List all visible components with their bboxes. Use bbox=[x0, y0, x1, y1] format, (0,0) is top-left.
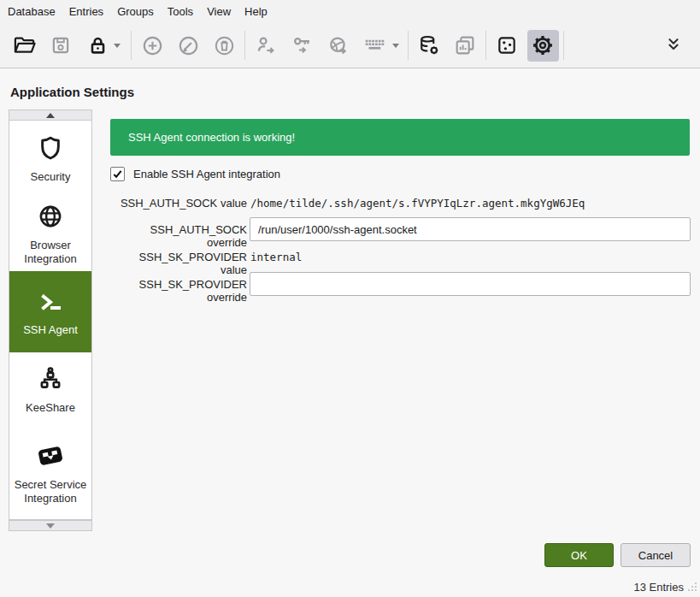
new-entry-button bbox=[134, 27, 170, 63]
toolbar-separator bbox=[485, 31, 486, 60]
trash-circle-icon bbox=[213, 34, 236, 57]
auth-sock-override-input[interactable] bbox=[250, 217, 691, 241]
sidebar-item-browser-integration[interactable]: Browser Integration bbox=[9, 196, 91, 271]
settings-category-list: Security Browser Integration bbox=[9, 109, 92, 531]
sk-provider-value: internal bbox=[250, 251, 302, 263]
sidebar-item-label: SSH Agent bbox=[23, 323, 78, 337]
lock-dropdown-arrow-icon[interactable] bbox=[114, 44, 121, 48]
menubar: Database Entries Groups Tools View Help bbox=[0, 0, 700, 23]
menu-database[interactable]: Database bbox=[8, 5, 56, 18]
cancel-button[interactable]: Cancel bbox=[621, 543, 691, 567]
delete-entry-button bbox=[206, 27, 242, 63]
sidebar-item-security[interactable]: Security bbox=[9, 121, 91, 196]
toolbar-separator bbox=[408, 31, 409, 60]
sidebar-scroll-down-button[interactable] bbox=[9, 520, 92, 531]
menu-entries[interactable]: Entries bbox=[69, 5, 103, 18]
globe-icon bbox=[36, 202, 65, 231]
toolbar-separator bbox=[131, 31, 132, 60]
person-arrow-icon bbox=[255, 34, 278, 57]
sidebar-item-secret-service-integration[interactable]: Secret Service Integration bbox=[9, 427, 91, 519]
key-arrow-icon bbox=[291, 34, 314, 57]
edit-entry-button bbox=[170, 27, 206, 63]
open-url-button bbox=[320, 27, 356, 63]
banner-message: SSH Agent connection is working! bbox=[128, 131, 295, 144]
copy-username-button bbox=[248, 27, 284, 63]
lock-icon bbox=[86, 34, 109, 57]
sidebar-item-label: Browser Integration bbox=[11, 239, 90, 266]
open-database-button[interactable] bbox=[7, 27, 43, 63]
double-chevron-down-icon bbox=[664, 36, 683, 55]
sidebar-item-ssh-agent[interactable]: SSH Agent bbox=[9, 271, 91, 352]
enable-ssh-agent-row: Enable SSH Agent integration bbox=[110, 167, 280, 181]
secret-service-icon bbox=[36, 441, 65, 470]
enable-ssh-agent-checkbox[interactable] bbox=[110, 167, 125, 181]
sidebar-item-label: KeeShare bbox=[26, 401, 75, 415]
keepassxc-window: Database Entries Groups Tools View Help bbox=[0, 0, 700, 597]
reports-button bbox=[447, 27, 483, 63]
toolbar-expand-button[interactable] bbox=[656, 27, 691, 63]
ok-button[interactable]: OK bbox=[544, 543, 614, 567]
enable-ssh-agent-label: Enable SSH Agent integration bbox=[133, 168, 280, 180]
application-settings-button[interactable] bbox=[525, 27, 561, 63]
share-network-icon bbox=[36, 364, 65, 393]
perform-autotype-button bbox=[356, 27, 405, 63]
gear-icon bbox=[531, 33, 555, 57]
toolbar-separator bbox=[563, 31, 564, 60]
sk-provider-value-label: SSH_SK_PROVIDER value bbox=[110, 251, 247, 276]
category-list: Security Browser Integration bbox=[9, 121, 92, 520]
sidebar-item-label: Secret Service Integration bbox=[11, 478, 90, 505]
ssh-agent-status-banner: SSH Agent connection is working! bbox=[110, 119, 690, 156]
toolbar-separator bbox=[244, 31, 245, 60]
keyboard-icon bbox=[362, 33, 388, 58]
menu-help[interactable]: Help bbox=[244, 5, 268, 18]
toolbar bbox=[0, 23, 700, 68]
database-settings-button[interactable] bbox=[411, 27, 447, 63]
page-title: Application Settings bbox=[10, 85, 134, 99]
menu-tools[interactable]: Tools bbox=[168, 5, 193, 18]
dice-icon bbox=[496, 34, 518, 56]
open-folder-icon bbox=[13, 33, 37, 57]
triangle-down-icon bbox=[46, 523, 55, 529]
sidebar-scroll-up-button[interactable] bbox=[9, 109, 92, 121]
globe-arrow-icon bbox=[326, 34, 350, 57]
sk-provider-override-label: SSH_SK_PROVIDER override bbox=[110, 278, 247, 304]
lock-databases-button[interactable] bbox=[79, 27, 128, 63]
resize-grip[interactable] bbox=[686, 581, 697, 594]
triangle-up-icon bbox=[46, 113, 55, 118]
sk-provider-override-input[interactable] bbox=[250, 272, 691, 296]
plus-circle-icon bbox=[141, 34, 164, 57]
shield-icon bbox=[36, 133, 65, 163]
auth-sock-value: /home/tilde/.ssh/agent/s.fVYPYIqLzr.agen… bbox=[250, 197, 585, 210]
save-database-button bbox=[43, 27, 79, 63]
entry-count-status: 13 Entries bbox=[633, 581, 684, 594]
reports-chart-icon bbox=[453, 33, 477, 57]
copy-password-button bbox=[284, 27, 320, 63]
auth-sock-value-label: SSH_AUTH_SOCK value bbox=[110, 197, 247, 210]
database-gear-icon bbox=[417, 33, 441, 57]
application-settings-active-bg bbox=[527, 30, 559, 62]
checkmark-icon bbox=[112, 168, 123, 180]
auth-sock-override-label: SSH_AUTH_SOCK override bbox=[110, 223, 247, 249]
pencil-circle-icon bbox=[177, 34, 200, 57]
sidebar-item-keeshare[interactable]: KeeShare bbox=[9, 352, 91, 427]
menu-groups[interactable]: Groups bbox=[117, 5, 154, 18]
save-icon bbox=[50, 34, 72, 56]
sidebar-item-label: Security bbox=[31, 170, 71, 184]
password-generator-button[interactable] bbox=[489, 27, 525, 63]
menu-view[interactable]: View bbox=[207, 5, 231, 18]
terminal-icon bbox=[36, 287, 65, 316]
autotype-dropdown-arrow-icon bbox=[392, 44, 399, 48]
